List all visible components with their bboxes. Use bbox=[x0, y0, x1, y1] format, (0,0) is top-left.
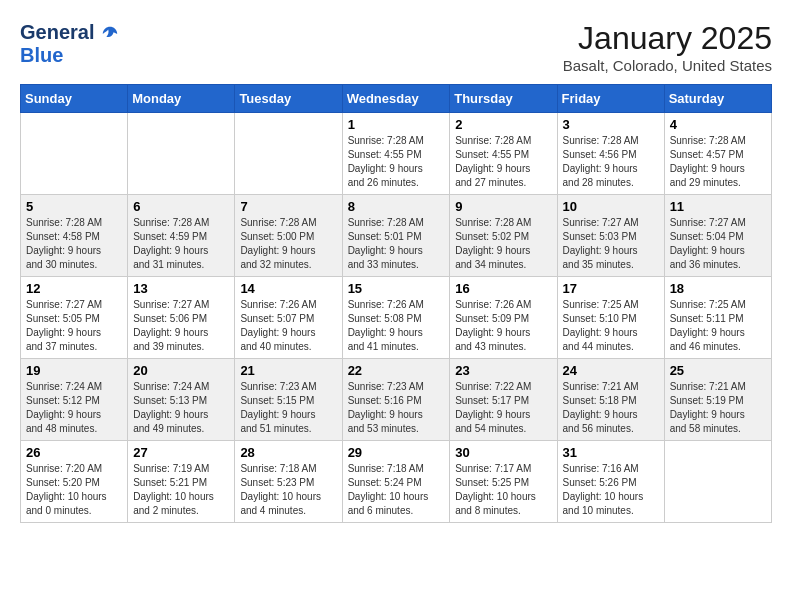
day-number: 12 bbox=[26, 281, 122, 296]
calendar-cell: 18Sunrise: 7:25 AM Sunset: 5:11 PM Dayli… bbox=[664, 277, 771, 359]
day-info: Sunrise: 7:26 AM Sunset: 5:08 PM Dayligh… bbox=[348, 298, 445, 354]
calendar-cell: 29Sunrise: 7:18 AM Sunset: 5:24 PM Dayli… bbox=[342, 441, 450, 523]
calendar-cell bbox=[21, 113, 128, 195]
calendar-cell: 3Sunrise: 7:28 AM Sunset: 4:56 PM Daylig… bbox=[557, 113, 664, 195]
day-info: Sunrise: 7:28 AM Sunset: 4:56 PM Dayligh… bbox=[563, 134, 659, 190]
day-info: Sunrise: 7:28 AM Sunset: 4:59 PM Dayligh… bbox=[133, 216, 229, 272]
calendar-cell bbox=[235, 113, 342, 195]
calendar-cell: 21Sunrise: 7:23 AM Sunset: 5:15 PM Dayli… bbox=[235, 359, 342, 441]
weekday-header-saturday: Saturday bbox=[664, 85, 771, 113]
day-number: 10 bbox=[563, 199, 659, 214]
calendar-cell: 27Sunrise: 7:19 AM Sunset: 5:21 PM Dayli… bbox=[128, 441, 235, 523]
logo: General Blue bbox=[20, 20, 119, 67]
weekday-header-tuesday: Tuesday bbox=[235, 85, 342, 113]
day-info: Sunrise: 7:26 AM Sunset: 5:09 PM Dayligh… bbox=[455, 298, 551, 354]
day-number: 11 bbox=[670, 199, 766, 214]
day-info: Sunrise: 7:24 AM Sunset: 5:13 PM Dayligh… bbox=[133, 380, 229, 436]
calendar-cell: 28Sunrise: 7:18 AM Sunset: 5:23 PM Dayli… bbox=[235, 441, 342, 523]
calendar-cell: 10Sunrise: 7:27 AM Sunset: 5:03 PM Dayli… bbox=[557, 195, 664, 277]
day-info: Sunrise: 7:16 AM Sunset: 5:26 PM Dayligh… bbox=[563, 462, 659, 518]
day-info: Sunrise: 7:25 AM Sunset: 5:10 PM Dayligh… bbox=[563, 298, 659, 354]
day-info: Sunrise: 7:28 AM Sunset: 5:00 PM Dayligh… bbox=[240, 216, 336, 272]
calendar-cell: 24Sunrise: 7:21 AM Sunset: 5:18 PM Dayli… bbox=[557, 359, 664, 441]
day-info: Sunrise: 7:27 AM Sunset: 5:06 PM Dayligh… bbox=[133, 298, 229, 354]
calendar-cell: 25Sunrise: 7:21 AM Sunset: 5:19 PM Dayli… bbox=[664, 359, 771, 441]
calendar-cell bbox=[128, 113, 235, 195]
day-number: 19 bbox=[26, 363, 122, 378]
day-number: 13 bbox=[133, 281, 229, 296]
day-number: 22 bbox=[348, 363, 445, 378]
location: Basalt, Colorado, United States bbox=[563, 57, 772, 74]
day-info: Sunrise: 7:20 AM Sunset: 5:20 PM Dayligh… bbox=[26, 462, 122, 518]
weekday-header-friday: Friday bbox=[557, 85, 664, 113]
week-row-3: 12Sunrise: 7:27 AM Sunset: 5:05 PM Dayli… bbox=[21, 277, 772, 359]
day-info: Sunrise: 7:23 AM Sunset: 5:16 PM Dayligh… bbox=[348, 380, 445, 436]
calendar-cell: 13Sunrise: 7:27 AM Sunset: 5:06 PM Dayli… bbox=[128, 277, 235, 359]
day-info: Sunrise: 7:28 AM Sunset: 4:55 PM Dayligh… bbox=[348, 134, 445, 190]
calendar-cell: 26Sunrise: 7:20 AM Sunset: 5:20 PM Dayli… bbox=[21, 441, 128, 523]
day-number: 20 bbox=[133, 363, 229, 378]
day-number: 27 bbox=[133, 445, 229, 460]
calendar-cell: 14Sunrise: 7:26 AM Sunset: 5:07 PM Dayli… bbox=[235, 277, 342, 359]
page-header: General Blue January 2025 Basalt, Colora… bbox=[20, 20, 772, 74]
day-info: Sunrise: 7:27 AM Sunset: 5:03 PM Dayligh… bbox=[563, 216, 659, 272]
day-info: Sunrise: 7:27 AM Sunset: 5:05 PM Dayligh… bbox=[26, 298, 122, 354]
day-info: Sunrise: 7:21 AM Sunset: 5:18 PM Dayligh… bbox=[563, 380, 659, 436]
day-number: 16 bbox=[455, 281, 551, 296]
weekday-header-row: SundayMondayTuesdayWednesdayThursdayFrid… bbox=[21, 85, 772, 113]
day-info: Sunrise: 7:26 AM Sunset: 5:07 PM Dayligh… bbox=[240, 298, 336, 354]
calendar-cell: 17Sunrise: 7:25 AM Sunset: 5:10 PM Dayli… bbox=[557, 277, 664, 359]
day-info: Sunrise: 7:19 AM Sunset: 5:21 PM Dayligh… bbox=[133, 462, 229, 518]
calendar-cell bbox=[664, 441, 771, 523]
weekday-header-sunday: Sunday bbox=[21, 85, 128, 113]
month-title: January 2025 bbox=[563, 20, 772, 57]
calendar-cell: 11Sunrise: 7:27 AM Sunset: 5:04 PM Dayli… bbox=[664, 195, 771, 277]
calendar-cell: 19Sunrise: 7:24 AM Sunset: 5:12 PM Dayli… bbox=[21, 359, 128, 441]
calendar-cell: 23Sunrise: 7:22 AM Sunset: 5:17 PM Dayli… bbox=[450, 359, 557, 441]
calendar-cell: 8Sunrise: 7:28 AM Sunset: 5:01 PM Daylig… bbox=[342, 195, 450, 277]
calendar-cell: 31Sunrise: 7:16 AM Sunset: 5:26 PM Dayli… bbox=[557, 441, 664, 523]
day-info: Sunrise: 7:24 AM Sunset: 5:12 PM Dayligh… bbox=[26, 380, 122, 436]
day-info: Sunrise: 7:22 AM Sunset: 5:17 PM Dayligh… bbox=[455, 380, 551, 436]
day-info: Sunrise: 7:18 AM Sunset: 5:23 PM Dayligh… bbox=[240, 462, 336, 518]
week-row-5: 26Sunrise: 7:20 AM Sunset: 5:20 PM Dayli… bbox=[21, 441, 772, 523]
day-number: 23 bbox=[455, 363, 551, 378]
day-number: 14 bbox=[240, 281, 336, 296]
day-number: 9 bbox=[455, 199, 551, 214]
logo-bird-icon bbox=[101, 25, 119, 43]
day-number: 7 bbox=[240, 199, 336, 214]
day-number: 15 bbox=[348, 281, 445, 296]
logo-general: General bbox=[20, 21, 94, 43]
day-number: 28 bbox=[240, 445, 336, 460]
week-row-4: 19Sunrise: 7:24 AM Sunset: 5:12 PM Dayli… bbox=[21, 359, 772, 441]
calendar-table: SundayMondayTuesdayWednesdayThursdayFrid… bbox=[20, 84, 772, 523]
day-number: 8 bbox=[348, 199, 445, 214]
day-number: 18 bbox=[670, 281, 766, 296]
day-number: 31 bbox=[563, 445, 659, 460]
day-info: Sunrise: 7:28 AM Sunset: 5:02 PM Dayligh… bbox=[455, 216, 551, 272]
day-number: 2 bbox=[455, 117, 551, 132]
calendar-cell: 22Sunrise: 7:23 AM Sunset: 5:16 PM Dayli… bbox=[342, 359, 450, 441]
day-info: Sunrise: 7:28 AM Sunset: 4:57 PM Dayligh… bbox=[670, 134, 766, 190]
calendar-cell: 7Sunrise: 7:28 AM Sunset: 5:00 PM Daylig… bbox=[235, 195, 342, 277]
day-number: 5 bbox=[26, 199, 122, 214]
calendar-cell: 12Sunrise: 7:27 AM Sunset: 5:05 PM Dayli… bbox=[21, 277, 128, 359]
weekday-header-wednesday: Wednesday bbox=[342, 85, 450, 113]
calendar-cell: 6Sunrise: 7:28 AM Sunset: 4:59 PM Daylig… bbox=[128, 195, 235, 277]
day-number: 21 bbox=[240, 363, 336, 378]
day-info: Sunrise: 7:18 AM Sunset: 5:24 PM Dayligh… bbox=[348, 462, 445, 518]
calendar-cell: 5Sunrise: 7:28 AM Sunset: 4:58 PM Daylig… bbox=[21, 195, 128, 277]
day-number: 4 bbox=[670, 117, 766, 132]
calendar-cell: 4Sunrise: 7:28 AM Sunset: 4:57 PM Daylig… bbox=[664, 113, 771, 195]
calendar-cell: 20Sunrise: 7:24 AM Sunset: 5:13 PM Dayli… bbox=[128, 359, 235, 441]
day-number: 25 bbox=[670, 363, 766, 378]
weekday-header-monday: Monday bbox=[128, 85, 235, 113]
day-info: Sunrise: 7:25 AM Sunset: 5:11 PM Dayligh… bbox=[670, 298, 766, 354]
day-info: Sunrise: 7:28 AM Sunset: 5:01 PM Dayligh… bbox=[348, 216, 445, 272]
title-block: January 2025 Basalt, Colorado, United St… bbox=[563, 20, 772, 74]
day-number: 17 bbox=[563, 281, 659, 296]
day-number: 29 bbox=[348, 445, 445, 460]
day-number: 6 bbox=[133, 199, 229, 214]
calendar-cell: 16Sunrise: 7:26 AM Sunset: 5:09 PM Dayli… bbox=[450, 277, 557, 359]
day-info: Sunrise: 7:17 AM Sunset: 5:25 PM Dayligh… bbox=[455, 462, 551, 518]
